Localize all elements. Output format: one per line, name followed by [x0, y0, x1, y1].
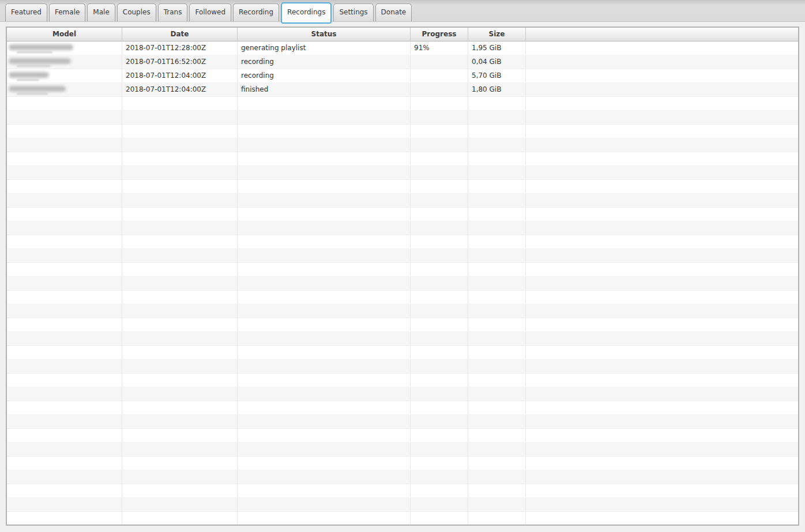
column-header-progress[interactable]: Progress	[411, 28, 468, 41]
table-row[interactable]: 2018-07-01T12:28:00Zgenerating playlist9…	[7, 41, 798, 55]
cell-filler	[526, 249, 798, 262]
cell-progress	[411, 401, 468, 414]
cell-model	[7, 124, 122, 138]
cell-date	[122, 207, 238, 221]
cell-model	[7, 55, 122, 69]
cell-filler	[526, 111, 798, 124]
cell-size	[468, 152, 526, 165]
cell-status	[238, 373, 411, 387]
cell-filler	[526, 304, 798, 318]
cell-model	[7, 304, 122, 318]
cell-date	[122, 180, 238, 193]
cell-filler	[526, 55, 798, 69]
table-row-empty	[7, 443, 798, 456]
cell-filler	[526, 470, 798, 484]
tab-donate[interactable]: Donate	[375, 3, 412, 21]
redacted-model-name	[9, 69, 122, 81]
tab-female[interactable]: Female	[49, 3, 85, 21]
cell-progress	[411, 111, 468, 124]
tab-followed[interactable]: Followed	[189, 3, 231, 21]
cell-filler	[526, 97, 798, 110]
cell-filler	[526, 512, 798, 525]
cell-status	[238, 194, 411, 207]
cell-filler	[526, 373, 798, 387]
cell-progress	[411, 207, 468, 221]
cell-date	[122, 346, 238, 359]
cell-model	[7, 456, 122, 470]
table-row-empty	[7, 346, 798, 360]
cell-size	[468, 470, 526, 484]
column-header-size[interactable]: Size	[468, 28, 526, 41]
cell-size	[468, 318, 526, 331]
table-row[interactable]: 2018-07-01T16:52:00Zrecording0,04 GiB	[7, 55, 798, 69]
table-row-empty	[7, 332, 798, 346]
cell-date	[122, 263, 238, 276]
cell-model	[7, 401, 122, 414]
cell-progress	[411, 387, 468, 401]
table-body: 2018-07-01T12:28:00Zgenerating playlist9…	[7, 41, 798, 526]
cell-filler	[526, 318, 798, 331]
cell-filler	[526, 346, 798, 359]
cell-model	[7, 470, 122, 484]
tab-featured[interactable]: Featured	[5, 3, 47, 21]
cell-status	[238, 263, 411, 276]
cell-filler	[526, 41, 798, 55]
cell-date: 2018-07-01T12:04:00Z	[122, 83, 238, 96]
cell-progress	[411, 263, 468, 276]
table-row-empty	[7, 277, 798, 290]
cell-status	[238, 277, 411, 290]
cell-status	[238, 152, 411, 165]
cell-status	[238, 332, 411, 345]
cell-size: 1,95 GiB	[468, 41, 526, 55]
cell-model	[7, 138, 122, 152]
cell-filler	[526, 456, 798, 470]
cell-size: 0,04 GiB	[468, 55, 526, 69]
column-header-status[interactable]: Status	[238, 28, 411, 41]
table-row-empty	[7, 235, 798, 249]
cell-progress	[411, 415, 468, 428]
tab-male[interactable]: Male	[87, 3, 115, 21]
cell-date: 2018-07-01T16:52:00Z	[122, 55, 238, 69]
cell-size: 5,70 GiB	[468, 69, 526, 82]
table-row-empty	[7, 221, 798, 235]
cell-filler	[526, 207, 798, 221]
cell-model	[7, 263, 122, 276]
cell-progress	[411, 69, 468, 82]
cell-size	[468, 443, 526, 456]
cell-date	[122, 332, 238, 345]
cell-model	[7, 332, 122, 345]
column-header-date[interactable]: Date	[122, 28, 238, 41]
cell-size	[468, 332, 526, 345]
table-row-empty	[7, 111, 798, 124]
cell-status	[238, 111, 411, 124]
tab-trans[interactable]: Trans	[158, 3, 188, 21]
cell-date	[122, 401, 238, 414]
cell-date	[122, 443, 238, 456]
tab-settings[interactable]: Settings	[333, 3, 373, 21]
cell-size	[468, 360, 526, 373]
cell-status	[238, 235, 411, 248]
cell-model	[7, 221, 122, 235]
cell-progress	[411, 373, 468, 387]
cell-date	[122, 152, 238, 165]
table-row[interactable]: 2018-07-01T12:04:00Zrecording5,70 GiB	[7, 69, 798, 83]
cell-model	[7, 484, 122, 497]
tab-couples[interactable]: Couples	[117, 3, 156, 21]
table-row-empty	[7, 263, 798, 277]
cell-status	[238, 97, 411, 110]
column-header-filler	[526, 28, 798, 41]
cell-filler	[526, 387, 798, 401]
table-row-empty	[7, 429, 798, 443]
redacted-model-name	[9, 41, 122, 53]
cell-status	[238, 207, 411, 221]
table-row[interactable]: 2018-07-01T12:04:00Zfinished1,80 GiB	[7, 83, 798, 97]
cell-status	[238, 290, 411, 304]
cell-model	[7, 249, 122, 262]
tab-recordings[interactable]: Recordings	[281, 2, 332, 24]
cell-model	[7, 415, 122, 428]
table-row-empty	[7, 415, 798, 429]
column-header-model[interactable]: Model	[7, 28, 122, 41]
cell-model	[7, 512, 122, 525]
cell-status	[238, 401, 411, 414]
tab-recording[interactable]: Recording	[233, 3, 279, 21]
